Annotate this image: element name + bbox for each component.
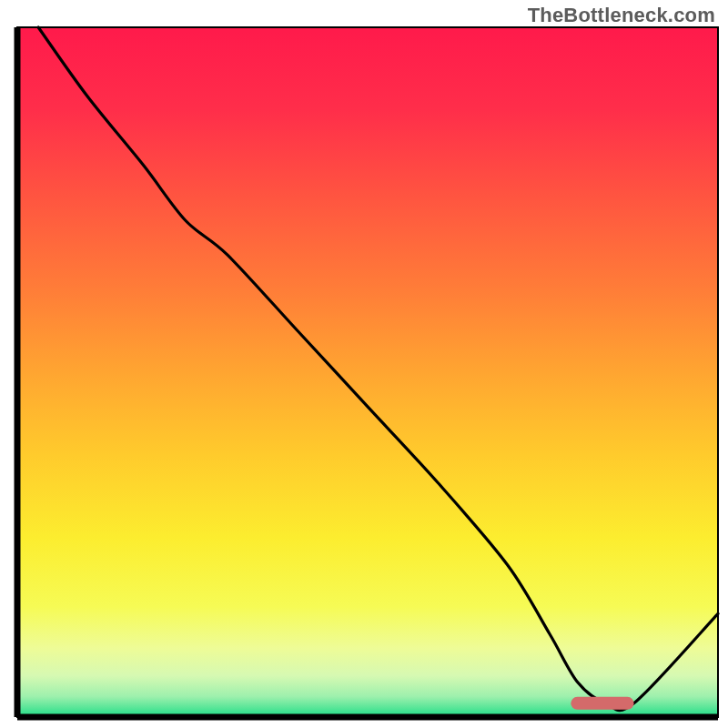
optimal-range-marker: [571, 697, 633, 710]
watermark-text: TheBottleneck.com: [528, 4, 715, 27]
chart-canvas: [0, 0, 728, 728]
bottleneck-chart: TheBottleneck.com: [0, 0, 728, 728]
gradient-background: [17, 27, 718, 717]
